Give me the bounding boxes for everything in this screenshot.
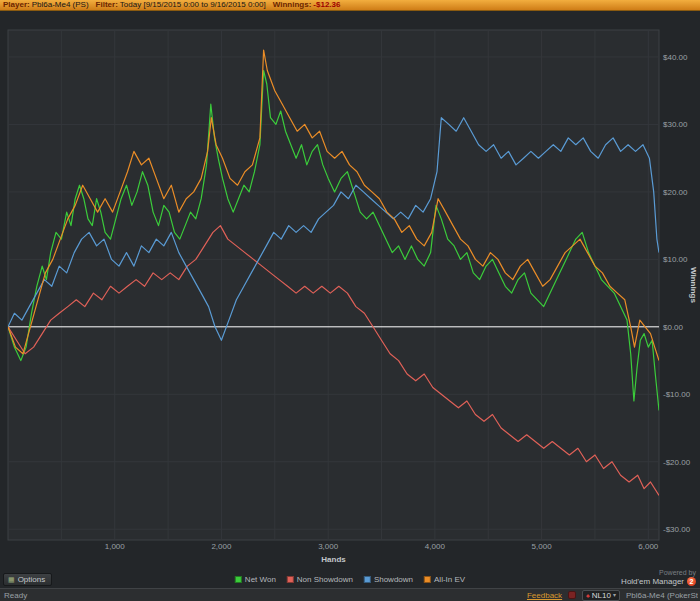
svg-text:2,000: 2,000 xyxy=(211,542,232,551)
svg-text:Winnings: Winnings xyxy=(689,267,698,303)
svg-text:Hands: Hands xyxy=(321,555,346,564)
site-icon xyxy=(568,591,576,599)
svg-text:-$30.00: -$30.00 xyxy=(663,525,691,534)
winnings-value: -$12.36 xyxy=(313,0,340,9)
hm2-logo-icon: 2 xyxy=(687,577,696,586)
svg-text:3,000: 3,000 xyxy=(318,542,339,551)
stake-value: NL10 xyxy=(592,591,611,600)
legend-item-showdown: Showdown xyxy=(364,575,413,584)
chart-legend: Net Won Non Showdown Showdown All-In EV xyxy=(235,575,465,584)
svg-text:6,000: 6,000 xyxy=(638,542,659,551)
powered-by-block: Powered by Hold'em Manager 2 xyxy=(621,569,696,586)
player-value: Pbl6a-Me4 (PS) xyxy=(32,0,89,9)
filter-value: Today [9/15/2015 0:00 to 9/16/2015 0:00] xyxy=(120,0,266,9)
legend-label-all-in-ev: All-In EV xyxy=(434,575,465,584)
dropdown-caret-icon: ▾ xyxy=(613,592,616,598)
svg-text:$0.00: $0.00 xyxy=(663,323,684,332)
status-bar: Ready Feedback ♠ NL10 ▾ Pbl6a-Me4 (Poker… xyxy=(0,588,700,601)
svg-text:$30.00: $30.00 xyxy=(663,120,688,129)
statusbar-player-selector[interactable]: Pbl6a-Me4 (PokerSt xyxy=(626,591,698,600)
graph-header-bar: Player:Pbl6a-Me4 (PS)Filter:Today [9/15/… xyxy=(0,0,700,11)
svg-text:$10.00: $10.00 xyxy=(663,255,688,264)
svg-text:-$10.00: -$10.00 xyxy=(663,390,691,399)
svg-text:$40.00: $40.00 xyxy=(663,53,688,62)
brand-name: Hold'em Manager xyxy=(621,577,684,586)
legend-item-all-in-ev: All-In EV xyxy=(424,575,465,584)
filter-label: Filter: xyxy=(96,0,118,9)
svg-text:5,000: 5,000 xyxy=(532,542,553,551)
legend-item-net-won: Net Won xyxy=(235,575,276,584)
legend-label-non-showdown: Non Showdown xyxy=(297,575,353,584)
legend-label-net-won: Net Won xyxy=(245,575,276,584)
svg-text:4,000: 4,000 xyxy=(425,542,446,551)
stake-dropdown[interactable]: ♠ NL10 ▾ xyxy=(582,590,620,601)
all-in-ev-swatch-icon xyxy=(424,576,431,583)
powered-by-text: Powered by xyxy=(621,569,696,576)
player-label: Player: xyxy=(3,0,30,9)
footer-strip: ▦ Options Net Won Non Showdown Showdown … xyxy=(0,568,700,588)
options-label: Options xyxy=(18,575,46,584)
svg-text:-$20.00: -$20.00 xyxy=(663,458,691,467)
legend-item-non-showdown: Non Showdown xyxy=(287,575,353,584)
svg-text:$20.00: $20.00 xyxy=(663,188,688,197)
hm2-graph-window: Player:Pbl6a-Me4 (PS)Filter:Today [9/15/… xyxy=(0,0,700,601)
winnings-label: Winnings: xyxy=(273,0,312,9)
status-right-cluster: Feedback ♠ NL10 ▾ Pbl6a-Me4 (PokerSt xyxy=(527,589,698,601)
net-won-swatch-icon xyxy=(235,576,242,583)
options-grid-icon: ▦ xyxy=(8,576,15,583)
feedback-link[interactable]: Feedback xyxy=(527,591,562,600)
options-button[interactable]: ▦ Options xyxy=(3,573,52,586)
chart-region: $40.00$30.00$20.00$10.00$0.00-$10.00-$20… xyxy=(0,11,700,568)
showdown-swatch-icon xyxy=(364,576,371,583)
svg-text:1,000: 1,000 xyxy=(105,542,126,551)
status-ready-text: Ready xyxy=(4,591,27,600)
winnings-chart: $40.00$30.00$20.00$10.00$0.00-$10.00-$20… xyxy=(0,11,700,568)
non-showdown-swatch-icon xyxy=(287,576,294,583)
legend-label-showdown: Showdown xyxy=(374,575,413,584)
pokerstars-spade-icon: ♠ xyxy=(586,592,590,599)
